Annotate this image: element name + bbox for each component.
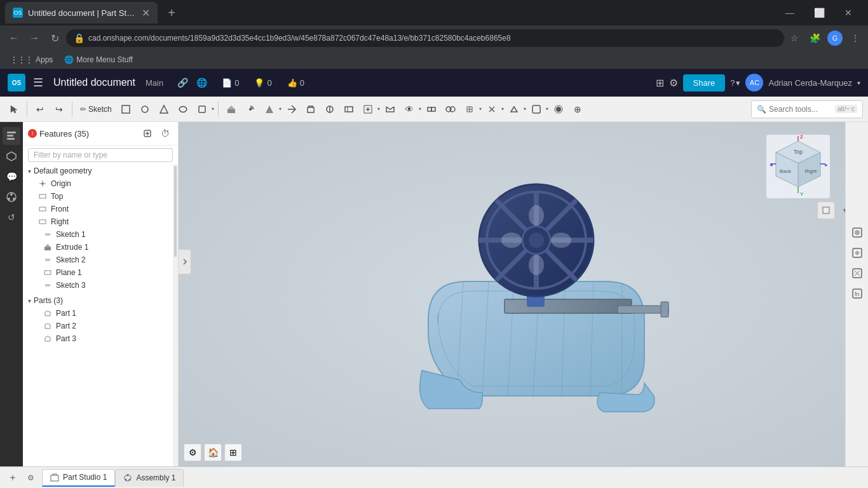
back-button[interactable]: ← [5,29,23,47]
features-panel-icon[interactable] [3,127,20,145]
forward-button[interactable]: → [25,29,43,47]
tree-item-part1[interactable]: Part 1 [23,307,173,320]
toolbar-btn-18[interactable] [505,100,523,118]
toolbar-btn-15[interactable] [442,100,459,118]
toolbar-btn-9[interactable] [321,100,339,118]
extensions-icon[interactable]: 🧩 [807,30,822,46]
hamburger-menu[interactable]: ☰ [33,76,43,90]
panel-expand-handle[interactable] [179,249,191,274]
new-tab-button[interactable]: + [163,4,180,22]
tree-item-sketch1[interactable]: ✏ Sketch 1 [23,228,173,241]
toolbar-btn-6[interactable] [261,100,278,118]
profile-icon[interactable]: G [827,30,843,46]
parts-icon[interactable] [3,147,20,165]
tree-item-plane1[interactable]: Plane 1 [23,266,173,279]
tree-item-extrude1[interactable]: Extrude 1 [23,241,173,254]
user-name[interactable]: Adrian Cerda-Marquez [768,78,852,88]
tree-item-origin[interactable]: Origin [23,177,173,190]
toolbar-btn-3[interactable] [155,100,173,118]
minimize-button[interactable]: — [775,0,804,25]
toolbar-btn-10[interactable] [340,100,358,118]
render-icon-4[interactable]: fn [848,285,866,302]
toolbar-dropdown-5[interactable]: ▾ [483,100,504,118]
tree-item-top[interactable]: Top [23,190,173,203]
toolbar-btn-17[interactable] [483,100,501,118]
toolbar-btn-move[interactable]: ⊕ [569,100,587,118]
toolbar-btn-7[interactable] [283,100,301,118]
tree-item-sketch2[interactable]: ✏ Sketch 2 [23,254,173,266]
assembly-tab[interactable]: Assembly 1 [115,469,184,487]
tree-item-front[interactable]: Front [23,203,173,215]
toolbar-btn-4[interactable] [174,100,192,118]
dropdown-arrow-6[interactable]: ▾ [524,106,526,112]
toolbar-btn-20[interactable] [550,100,567,118]
default-geometry-header[interactable]: ▾ Default geometry [23,165,173,177]
orientation-cube[interactable]: Top Right Back Z Y ◄ [766,135,830,198]
viewport-view-btn[interactable]: 🏠 [204,444,222,461]
toolbar-dropdown-3[interactable]: ▾ [359,100,380,118]
feature-clock-button[interactable]: ⏱ [158,126,173,141]
view-dropdown[interactable]: 👁 ▾ [400,100,421,118]
settings-icon[interactable]: ⚙ [669,77,678,89]
onshape-logo[interactable]: OS [8,74,25,92]
sketch-tool[interactable]: ✏ Sketch [76,100,116,118]
menu-icon[interactable]: ⋮ [848,30,863,46]
toolbar-btn-5[interactable] [193,100,211,118]
render-icon-3[interactable] [848,264,866,282]
tree-item-part3[interactable]: Part 3 [23,332,173,345]
feature-add-button[interactable] [140,126,155,141]
dropdown-arrow-5[interactable]: ▾ [501,106,504,112]
assemblies-icon[interactable] [3,188,20,206]
close-window-button[interactable]: ✕ [834,0,863,25]
undo-button[interactable]: ↩ [31,100,49,118]
close-tab-button[interactable]: ✕ [142,7,150,19]
toolbar-btn-rev[interactable] [241,100,259,118]
maximize-button[interactable]: ⬜ [804,0,834,25]
tree-item-right[interactable]: Right [23,215,173,228]
dropdown-arrow-4[interactable]: ▾ [479,106,482,112]
toolbar-dropdown-2[interactable]: ▾ [261,100,281,118]
toolbar-btn-19[interactable] [527,100,545,118]
toolbar-search[interactable]: 🔍 alt/~ c [751,100,863,118]
view-dropdown-arrow[interactable]: ▾ [419,106,421,112]
tree-item-sketch3[interactable]: ✏ Sketch 3 [23,279,173,292]
toolbar-btn-8[interactable] [302,100,320,118]
tree-scrollbar[interactable] [173,165,178,466]
globe-icon[interactable]: 🌐 [193,74,210,92]
help-button[interactable]: ? ▾ [730,78,740,88]
toolbar-select-tool[interactable] [5,100,23,118]
apps-bookmark[interactable]: ⋮⋮⋮ Apps [5,53,58,67]
toolbar-dropdown-7[interactable]: ▾ [527,100,548,118]
view-cube-btn[interactable] [817,201,835,219]
toolbar-dropdown-6[interactable]: ▾ [505,100,526,118]
bookmark-icon[interactable]: ☆ [787,30,802,46]
link-icon[interactable]: 🔗 [173,74,191,92]
toolbar-btn-circle[interactable] [136,100,154,118]
share-button[interactable]: Share [683,74,726,92]
more-menu-bookmark[interactable]: 🌐 More Menu Stuff [59,53,138,67]
viewport[interactable]: Top Right Back Z Y ◄ [179,122,868,466]
dropdown-arrow-2[interactable]: ▾ [279,106,281,112]
part-studio-tab[interactable]: Part Studio 1 [42,469,115,487]
toolbar-btn-12[interactable] [381,100,399,118]
add-tab-button[interactable]: + [5,470,20,485]
render-icon-2[interactable] [848,244,866,262]
view-btn[interactable]: 👁 [400,100,418,118]
toolbar-dropdown-1[interactable]: ▾ [193,100,214,118]
tree-item-part2[interactable]: Part 2 [23,320,173,332]
viewport-settings-btn[interactable]: ⚙ [184,444,201,461]
search-input[interactable] [769,105,832,114]
dropdown-arrow-7[interactable]: ▾ [546,106,548,112]
dropdown-arrow-3[interactable]: ▾ [377,106,380,112]
comments-icon[interactable]: 💬 [3,168,20,186]
toolbar-btn-14[interactable] [423,100,440,118]
parts-header[interactable]: ▾ Parts (3) [23,294,173,307]
redo-button[interactable]: ↪ [50,100,68,118]
toolbar-btn-16[interactable] [461,100,478,118]
active-tab[interactable]: OS Untitled document | Part Studi... ✕ [5,2,158,24]
toolbar-dropdown-4[interactable]: ▾ [461,100,482,118]
history-icon[interactable]: ↺ [3,208,20,226]
toolbar-btn-1[interactable] [117,100,135,118]
address-bar[interactable]: 🔒 cad.onshape.com/documents/1859a9d32d3d… [66,29,784,47]
toolbar-btn-extrude[interactable] [222,100,240,118]
